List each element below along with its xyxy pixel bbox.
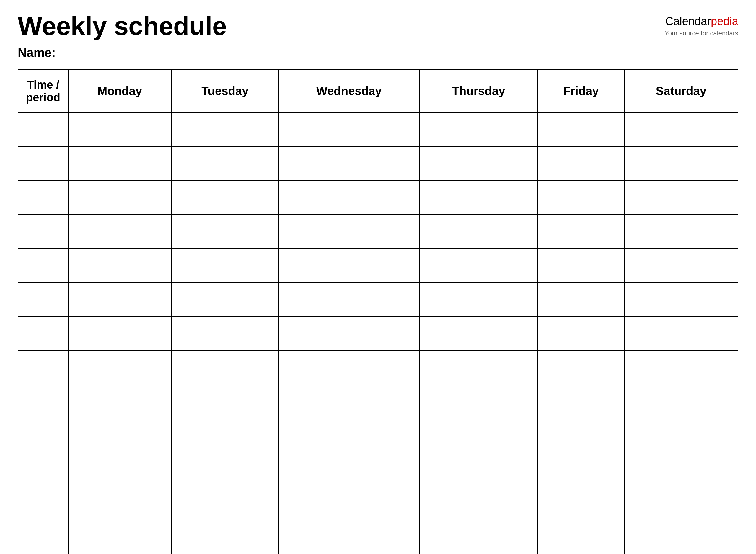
saturday-cell[interactable] xyxy=(624,452,738,486)
time-cell[interactable] xyxy=(18,282,68,316)
friday-cell[interactable] xyxy=(538,214,624,248)
time-cell[interactable] xyxy=(18,384,68,418)
col-header-time: Time / period xyxy=(18,70,68,113)
time-cell[interactable] xyxy=(18,452,68,486)
time-cell[interactable] xyxy=(18,147,68,180)
thursday-cell[interactable] xyxy=(419,214,538,248)
friday-cell[interactable] xyxy=(538,418,624,452)
monday-cell[interactable] xyxy=(68,248,171,282)
monday-cell[interactable] xyxy=(68,180,171,214)
tuesday-cell[interactable] xyxy=(171,418,279,452)
table-row xyxy=(18,350,738,384)
tuesday-cell[interactable] xyxy=(171,248,279,282)
wednesday-cell[interactable] xyxy=(279,418,419,452)
monday-cell[interactable] xyxy=(68,350,171,384)
friday-cell[interactable] xyxy=(538,350,624,384)
col-header-tuesday: Tuesday xyxy=(171,70,279,113)
friday-cell[interactable] xyxy=(538,452,624,486)
time-cell[interactable] xyxy=(18,180,68,214)
saturday-cell[interactable] xyxy=(624,316,738,350)
thursday-cell[interactable] xyxy=(419,520,538,554)
saturday-cell[interactable] xyxy=(624,214,738,248)
monday-cell[interactable] xyxy=(68,486,171,520)
saturday-cell[interactable] xyxy=(624,282,738,316)
friday-cell[interactable] xyxy=(538,282,624,316)
time-cell[interactable] xyxy=(18,248,68,282)
table-row xyxy=(18,147,738,180)
time-cell[interactable] xyxy=(18,486,68,520)
friday-cell[interactable] xyxy=(538,248,624,282)
monday-cell[interactable] xyxy=(68,418,171,452)
thursday-cell[interactable] xyxy=(419,147,538,180)
wednesday-cell[interactable] xyxy=(279,282,419,316)
thursday-cell[interactable] xyxy=(419,316,538,350)
tuesday-cell[interactable] xyxy=(171,180,279,214)
tuesday-cell[interactable] xyxy=(171,452,279,486)
tuesday-cell[interactable] xyxy=(171,316,279,350)
saturday-cell[interactable] xyxy=(624,418,738,452)
saturday-cell[interactable] xyxy=(624,350,738,384)
monday-cell[interactable] xyxy=(68,452,171,486)
time-cell[interactable] xyxy=(18,418,68,452)
monday-cell[interactable] xyxy=(68,384,171,418)
saturday-cell[interactable] xyxy=(624,520,738,554)
friday-cell[interactable] xyxy=(538,113,624,147)
time-cell[interactable] xyxy=(18,113,68,147)
time-cell[interactable] xyxy=(18,214,68,248)
tuesday-cell[interactable] xyxy=(171,147,279,180)
thursday-cell[interactable] xyxy=(419,113,538,147)
wednesday-cell[interactable] xyxy=(279,214,419,248)
thursday-cell[interactable] xyxy=(419,486,538,520)
time-cell[interactable] xyxy=(18,520,68,554)
thursday-cell[interactable] xyxy=(419,350,538,384)
saturday-cell[interactable] xyxy=(624,248,738,282)
friday-cell[interactable] xyxy=(538,180,624,214)
time-cell[interactable] xyxy=(18,316,68,350)
tuesday-cell[interactable] xyxy=(171,520,279,554)
schedule-table: Time / period Monday Tuesday Wednesday T… xyxy=(18,70,738,554)
saturday-cell[interactable] xyxy=(624,486,738,520)
monday-cell[interactable] xyxy=(68,316,171,350)
monday-cell[interactable] xyxy=(68,113,171,147)
wednesday-cell[interactable] xyxy=(279,147,419,180)
table-row xyxy=(18,248,738,282)
tuesday-cell[interactable] xyxy=(171,282,279,316)
saturday-cell[interactable] xyxy=(624,147,738,180)
saturday-cell[interactable] xyxy=(624,384,738,418)
monday-cell[interactable] xyxy=(68,282,171,316)
tuesday-cell[interactable] xyxy=(171,384,279,418)
wednesday-cell[interactable] xyxy=(279,486,419,520)
friday-cell[interactable] xyxy=(538,147,624,180)
friday-cell[interactable] xyxy=(538,384,624,418)
monday-cell[interactable] xyxy=(68,214,171,248)
monday-cell[interactable] xyxy=(68,147,171,180)
thursday-cell[interactable] xyxy=(419,418,538,452)
friday-cell[interactable] xyxy=(538,316,624,350)
thursday-cell[interactable] xyxy=(419,282,538,316)
tuesday-cell[interactable] xyxy=(171,486,279,520)
thursday-cell[interactable] xyxy=(419,248,538,282)
tuesday-cell[interactable] xyxy=(171,350,279,384)
table-row xyxy=(18,214,738,248)
wednesday-cell[interactable] xyxy=(279,316,419,350)
time-cell[interactable] xyxy=(18,350,68,384)
tuesday-cell[interactable] xyxy=(171,214,279,248)
friday-cell[interactable] xyxy=(538,520,624,554)
friday-cell[interactable] xyxy=(538,486,624,520)
thursday-cell[interactable] xyxy=(419,180,538,214)
thursday-cell[interactable] xyxy=(419,384,538,418)
table-row xyxy=(18,316,738,350)
wednesday-cell[interactable] xyxy=(279,248,419,282)
saturday-cell[interactable] xyxy=(624,180,738,214)
wednesday-cell[interactable] xyxy=(279,180,419,214)
saturday-cell[interactable] xyxy=(624,113,738,147)
wednesday-cell[interactable] xyxy=(279,113,419,147)
tuesday-cell[interactable] xyxy=(171,113,279,147)
thursday-cell[interactable] xyxy=(419,452,538,486)
wednesday-cell[interactable] xyxy=(279,384,419,418)
wednesday-cell[interactable] xyxy=(279,350,419,384)
wednesday-cell[interactable] xyxy=(279,520,419,554)
wednesday-cell[interactable] xyxy=(279,452,419,486)
col-header-wednesday: Wednesday xyxy=(279,70,419,113)
monday-cell[interactable] xyxy=(68,520,171,554)
